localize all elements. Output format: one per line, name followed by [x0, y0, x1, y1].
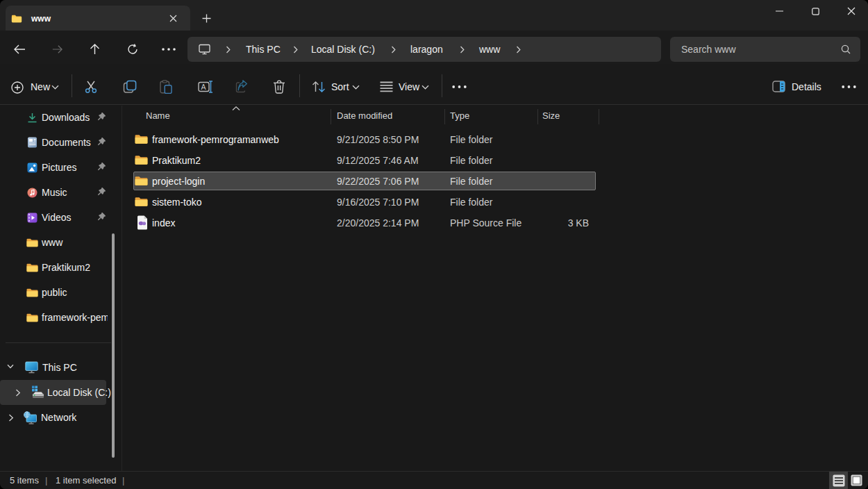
- svg-text:A: A: [201, 83, 206, 91]
